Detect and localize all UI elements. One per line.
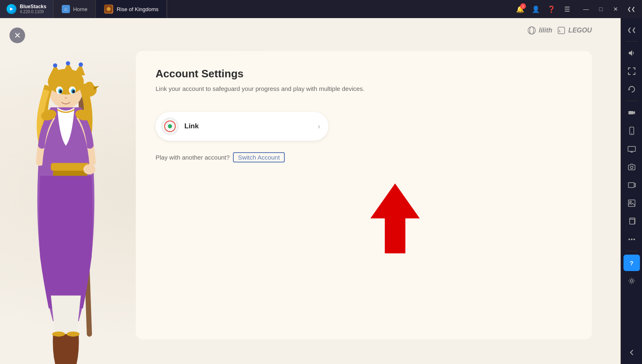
svg-point-47: [631, 239, 633, 240]
switch-account-text: Play with another account?: [156, 154, 230, 161]
svg-point-14: [53, 63, 57, 67]
notification-badge: 2: [520, 3, 526, 9]
bluestacks-version: 4.220.0.1109: [20, 9, 47, 14]
svg-point-41: [630, 166, 633, 169]
camera-sidebar-btn[interactable]: [623, 159, 640, 175]
svg-point-48: [633, 239, 635, 240]
right-sidebar: ❮❮: [621, 18, 642, 364]
settings-title: Account Settings: [156, 67, 572, 80]
svg-point-5: [528, 27, 535, 34]
title-bar: BlueStacks 4.220.0.1109 ⌂ Home Rise of K…: [0, 0, 642, 18]
svg-rect-38: [628, 146, 635, 151]
svg-rect-43: [628, 200, 635, 206]
link-icon-dot: [168, 124, 172, 128]
help-sidebar-btn[interactable]: ?: [623, 255, 640, 271]
fullscreen-sidebar-btn[interactable]: [623, 63, 640, 79]
svg-point-6: [530, 27, 534, 34]
back-sidebar-btn[interactable]: ❮❮: [623, 21, 640, 38]
lilith-logo: lilith: [528, 26, 552, 35]
close-overlay-btn[interactable]: ✕: [8, 26, 26, 44]
game-tab-label: Rise of Kingdoms: [116, 6, 158, 12]
svg-point-4: [107, 8, 110, 10]
svg-point-44: [630, 201, 631, 203]
svg-point-16: [79, 63, 83, 67]
svg-marker-33: [370, 183, 420, 253]
tab-bar: BlueStacks 4.220.0.1109 ⌂ Home Rise of K…: [0, 0, 167, 18]
maximize-btn[interactable]: □: [593, 2, 608, 16]
svg-point-25: [65, 97, 67, 99]
brand-logos: lilith L LEGOU: [528, 26, 592, 35]
legou-text: LEGOU: [568, 27, 592, 34]
svg-text:L: L: [559, 29, 561, 33]
link-chevron-icon: ›: [318, 122, 320, 131]
svg-rect-45: [630, 219, 635, 224]
character-svg: [0, 43, 132, 364]
svg-point-23: [59, 90, 62, 93]
sidebar-divider-1: [626, 41, 638, 42]
bluestacks-info: BlueStacks 4.220.0.1109: [20, 4, 47, 14]
sidebar-collapse-btn[interactable]: ❮❮: [624, 2, 639, 16]
main-content: ✕ lilith L LEGOU: [0, 18, 642, 364]
character-area: [0, 43, 132, 364]
svg-point-46: [628, 239, 630, 240]
game-area: ✕ lilith L LEGOU: [0, 18, 621, 364]
svg-point-15: [66, 61, 70, 65]
home-icon: ⌂: [62, 5, 70, 13]
close-circle-icon: ✕: [9, 28, 25, 43]
home-tab-label: Home: [73, 6, 88, 12]
svg-point-18: [48, 69, 84, 94]
game-tab-icon: [104, 5, 113, 14]
svg-point-28: [52, 332, 65, 336]
red-arrow-annotation: [362, 181, 428, 257]
switch-account-row: Play with another account? Switch Accoun…: [156, 152, 572, 162]
title-bar-right: 🔔 2 👤 ❓ ☰ — □ ✕ ❮❮: [513, 2, 642, 16]
phone-sidebar-btn[interactable]: [623, 123, 640, 139]
window-controls: — □ ✕: [579, 2, 623, 16]
link-icon-ring: [164, 121, 176, 132]
svg-point-30: [84, 164, 95, 174]
sound-sidebar-btn[interactable]: [623, 45, 640, 61]
settings-panel: Account Settings Link your account to sa…: [136, 51, 592, 339]
collapse-sidebar-btn[interactable]: [623, 344, 640, 361]
svg-rect-34: [628, 111, 633, 114]
close-btn[interactable]: ✕: [608, 2, 623, 16]
svg-rect-42: [628, 183, 634, 188]
tv-sidebar-btn[interactable]: [623, 141, 640, 157]
lilith-text: lilith: [539, 27, 552, 34]
bluestacks-logo: [7, 4, 16, 14]
svg-point-49: [630, 280, 633, 282]
sidebar-divider-2: [626, 101, 638, 101]
account-btn[interactable]: 👤: [528, 2, 543, 16]
help-btn[interactable]: ❓: [544, 2, 559, 16]
svg-point-29: [67, 332, 79, 336]
home-tab[interactable]: ⌂ Home: [54, 0, 96, 18]
gallery-sidebar-btn[interactable]: [623, 195, 640, 211]
switch-account-link[interactable]: Switch Account: [233, 152, 285, 162]
menu-btn[interactable]: ☰: [560, 2, 575, 16]
minimize-btn[interactable]: —: [579, 2, 593, 16]
game-tab[interactable]: Rise of Kingdoms: [96, 0, 167, 18]
bluestacks-name: BlueStacks: [20, 4, 47, 9]
settings-sidebar-btn[interactable]: [623, 273, 640, 289]
record-sidebar-btn[interactable]: [623, 104, 640, 121]
bluestacks-brand-tab: BlueStacks 4.220.0.1109: [0, 0, 54, 18]
settings-subtitle: Link your account to safeguard your prog…: [156, 85, 572, 92]
more-sidebar-btn[interactable]: [623, 231, 640, 248]
link-icon-circle: [161, 118, 179, 135]
video-sidebar-btn[interactable]: [623, 177, 640, 193]
help-icon: ?: [630, 260, 633, 267]
rotate-sidebar-btn[interactable]: [623, 81, 640, 97]
link-button[interactable]: Link ›: [156, 112, 328, 141]
svg-point-24: [72, 90, 75, 93]
svg-marker-35: [633, 111, 635, 114]
link-label: Link: [184, 122, 312, 130]
legou-logo: L LEGOU: [557, 26, 592, 35]
sidebar-divider-3: [626, 251, 638, 251]
notification-btn[interactable]: 🔔 2: [513, 2, 528, 16]
copy-sidebar-btn[interactable]: [623, 213, 640, 230]
